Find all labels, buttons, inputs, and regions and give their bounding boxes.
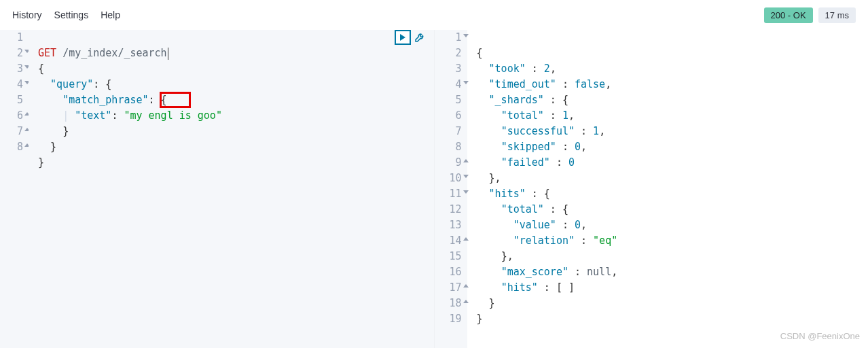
- menu-help[interactable]: Help: [101, 10, 120, 20]
- request-code[interactable]: GET /my_index/_search { "query": { "matc…: [29, 30, 434, 348]
- menu-settings[interactable]: Settings: [54, 10, 89, 20]
- response-viewer[interactable]: 1 2 3 4 5 6 7 8 9 10 11 12 13 14 15 16 1…: [435, 30, 869, 348]
- watermark: CSDN @FeenixOne: [780, 331, 860, 341]
- run-request-button[interactable]: [395, 30, 411, 45]
- menu-bar: History Settings Help 200 - OK 17 ms: [0, 0, 868, 30]
- play-icon: [400, 34, 405, 41]
- status-badge: 200 - OK: [764, 7, 813, 23]
- request-editor[interactable]: 1 2 3 4 5 6 7 8 GET /my_index/_search { …: [0, 30, 435, 348]
- menu-history[interactable]: History: [12, 10, 42, 20]
- response-code: { "took" : 2, "timed_out" : false, "_sha…: [467, 30, 869, 348]
- wrench-icon: [414, 32, 425, 43]
- response-time-badge: 17 ms: [818, 7, 856, 23]
- request-options-button[interactable]: [412, 30, 427, 45]
- request-actions: [395, 30, 427, 45]
- request-gutter: 1 2 3 4 5 6 7 8: [0, 30, 29, 348]
- text-cursor: [168, 48, 168, 60]
- response-gutter: 1 2 3 4 5 6 7 8 9 10 11 12 13 14 15 16 1…: [435, 30, 467, 348]
